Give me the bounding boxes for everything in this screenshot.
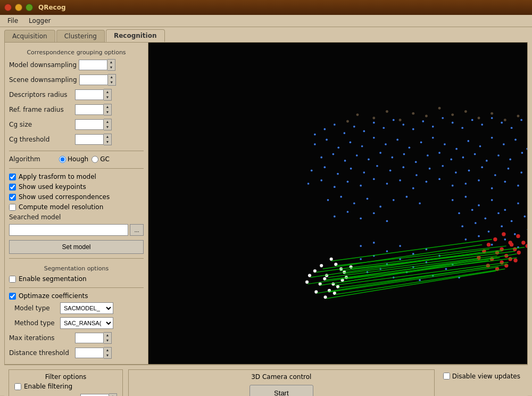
compute-resolution-row: Compute model resolution [9,203,144,211]
enable-segmentation-checkbox[interactable] [9,276,16,283]
svg-point-72 [391,156,393,159]
svg-point-117 [438,178,440,180]
leaf-size-up[interactable]: ▲ [109,394,117,396]
menu-logger[interactable]: Logger [23,16,56,26]
algorithm-hough-radio[interactable] [59,156,66,163]
svg-point-40 [520,119,522,121]
svg-point-120 [478,179,480,182]
svg-point-83 [521,152,523,154]
distance-threshold-down[interactable]: ▼ [104,353,111,358]
show-correspondences-checkbox[interactable] [9,194,16,201]
scene-downsampling-field[interactable]: 0,030 [79,75,108,85]
svg-point-144 [504,209,506,211]
svg-point-77 [450,159,452,161]
bottom-panel: Filter options Enable filtering Leaf siz… [4,365,528,396]
tab-acquisition[interactable]: Acquisition [4,30,55,42]
svg-point-232 [517,251,521,254]
optimize-coefficients-checkbox[interactable] [9,293,16,300]
title-bar: QRecog [0,0,532,15]
compute-resolution-checkbox[interactable] [9,204,16,211]
minimize-button[interactable] [15,4,22,11]
svg-rect-0 [148,43,527,364]
svg-point-2 [346,120,349,122]
svg-point-141 [465,196,467,198]
optimize-coefficients-label: Optimaze coefficients [19,292,88,300]
svg-point-70 [368,159,370,161]
svg-point-81 [497,154,500,156]
descriptors-radius-down[interactable]: ▼ [104,95,111,100]
descriptors-radius-field[interactable]: 0,020 [75,89,104,100]
menu-file[interactable]: File [2,16,23,26]
3d-viewport[interactable] [148,43,527,364]
svg-point-90 [350,168,352,170]
cg-size-up[interactable]: ▲ [104,119,111,125]
max-iterations-down[interactable]: ▼ [104,338,111,343]
model-type-row: Model type SACMODEL_ [9,302,144,314]
max-iterations-input: 100 ▲ ▼ [75,332,112,344]
svg-point-116 [426,180,428,183]
descriptors-radius-input: 0,020 ▲ ▼ [75,89,112,101]
ref-frame-radius-down[interactable]: ▼ [104,110,111,115]
algorithm-hough-option[interactable]: Hough [59,155,88,163]
svg-point-111 [360,185,362,187]
svg-point-89 [337,173,339,175]
svg-point-238 [513,259,517,262]
enable-filtering-checkbox[interactable] [14,383,21,390]
show-keypoints-checkbox[interactable] [9,184,16,191]
searched-model-input[interactable]: no/QRecog/box_45degree.pcd [9,224,128,236]
model-downsampling-row: Model downsampling 0,010 ▲ ▼ [9,59,144,71]
method-type-row: Method type SAC_RANSA( [9,317,144,329]
cg-size-label: Cg size [9,121,73,128]
svg-point-218 [502,232,505,236]
algorithm-gc-radio[interactable] [92,156,98,163]
cg-threshold-label: Cg threshold [9,136,73,143]
leaf-size-input: 0,001 ▲ ▼ [80,393,117,396]
svg-point-217 [493,237,497,241]
disable-view-checkbox[interactable] [443,373,450,380]
svg-point-67 [332,153,335,155]
set-model-button[interactable]: Set model [9,240,144,254]
max-iterations-up[interactable]: ▲ [104,333,111,338]
start-button[interactable]: Start [250,385,313,396]
leaf-size-field[interactable]: 0,001 [80,394,109,396]
model-downsampling-down[interactable]: ▼ [107,65,115,70]
model-downsampling-field[interactable]: 0,010 [79,60,107,70]
camera-section: 3D Camera control Start Stop [128,369,435,396]
cg-threshold-up[interactable]: ▲ [104,134,111,139]
cg-size-down[interactable]: ▼ [104,125,111,130]
apply-transform-checkbox[interactable] [9,174,16,180]
distance-threshold-up[interactable]: ▲ [104,348,111,353]
cg-threshold-field[interactable]: 5,000 [75,134,104,145]
svg-point-142 [478,204,480,207]
algorithm-gc-option[interactable]: GC [92,155,110,163]
ref-frame-radius-up[interactable]: ▲ [104,104,111,110]
distance-threshold-spinner: ▲ ▼ [104,347,112,359]
cg-size-field[interactable]: 0,010 [75,119,104,130]
close-button[interactable] [4,4,12,11]
tab-recognition[interactable]: Recognition [106,29,165,42]
cg-threshold-down[interactable]: ▼ [104,139,111,145]
ref-frame-radius-field[interactable]: 0,015 [75,104,104,115]
tab-clustering[interactable]: Clustering [56,30,105,42]
distance-threshold-row: Distance threshold 0,02 ▲ ▼ [9,347,144,359]
descriptors-radius-up[interactable]: ▲ [104,89,111,95]
model-type-label: Model type [14,304,57,312]
svg-point-56 [444,143,446,145]
svg-point-13 [491,112,493,115]
browse-button[interactable]: ... [130,224,144,236]
svg-point-58 [467,140,469,142]
distance-threshold-field[interactable]: 0,02 [75,348,104,358]
enable-segmentation-label: Enable segmentation [19,275,87,283]
svg-point-223 [487,243,491,246]
method-type-select[interactable]: SAC_RANSA( [60,317,113,329]
scene-downsampling-down[interactable]: ▼ [108,80,115,85]
maximize-button[interactable] [26,4,33,11]
descriptors-radius-label: Descriptors radius [9,91,73,98]
max-iterations-field[interactable]: 100 [75,333,104,343]
svg-point-53 [409,146,411,148]
model-downsampling-up[interactable]: ▲ [107,60,115,65]
camera-title: 3D Camera control [251,373,311,381]
scene-downsampling-up[interactable]: ▲ [108,75,115,80]
model-type-select[interactable]: SACMODEL_ [60,302,113,314]
filter-section: Filter options Enable filtering Leaf siz… [9,369,123,396]
